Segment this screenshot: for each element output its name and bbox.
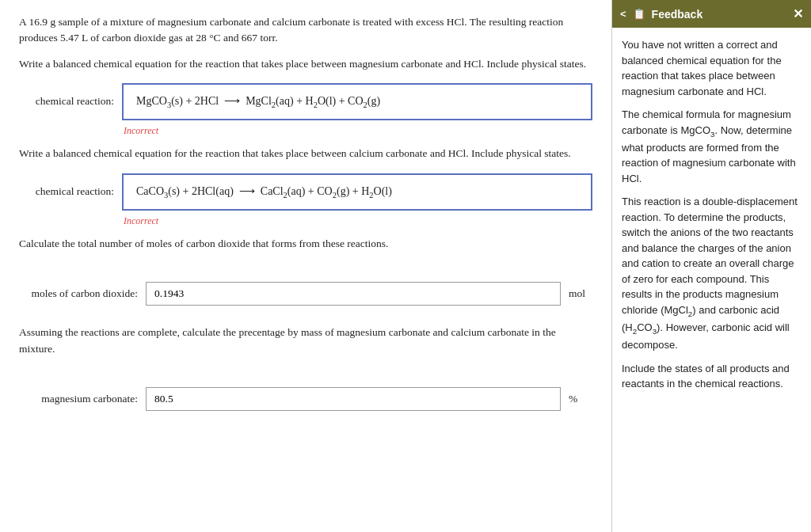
feedback-header: < 📋 Feedback ✕	[612, 0, 811, 28]
moles-row: moles of carbon dioxide: mol	[19, 282, 592, 306]
reaction1-incorrect: Incorrect	[124, 124, 592, 138]
question4-text: Assuming the reactions are complete, cal…	[19, 325, 592, 357]
back-button[interactable]: <	[620, 8, 626, 20]
moles-label: moles of carbon dioxide:	[19, 286, 138, 302]
reaction2-label: chemical reaction:	[19, 184, 114, 200]
reaction2-incorrect: Incorrect	[124, 214, 592, 228]
feedback-sidebar: < 📋 Feedback ✕ You have not written a co…	[611, 0, 811, 532]
feedback-icon: 📋	[633, 8, 645, 20]
reaction2-row: chemical reaction: CaCO3(s) + 2HCl(aq) ⟶…	[19, 173, 592, 211]
feedback-p4: Include the states of all products and r…	[622, 361, 801, 392]
problem-intro: A 16.9 g sample of a mixture of magnesiu…	[19, 14, 592, 47]
reaction1-row: chemical reaction: MgCO3(s) + 2HCl ⟶ MgC…	[19, 83, 592, 121]
moles-input[interactable]	[146, 282, 561, 306]
feedback-p3: This reaction is a double-displacement r…	[622, 194, 801, 352]
main-content: A 16.9 g sample of a mixture of magnesiu…	[0, 0, 611, 532]
feedback-title: Feedback	[652, 8, 786, 21]
reaction2-block: chemical reaction: CaCO3(s) + 2HCl(aq) ⟶…	[19, 173, 592, 229]
feedback-body: You have not written a correct and balan…	[612, 28, 811, 532]
mgco3-row: magnesium carbonate: %	[19, 387, 592, 411]
mgco3-label: magnesium carbonate:	[19, 391, 138, 407]
moles-unit: mol	[569, 286, 592, 302]
mgco3-unit: %	[569, 391, 592, 407]
mgco3-input[interactable]	[146, 387, 561, 411]
question3-text: Calculate the total number of moles of c…	[19, 236, 592, 252]
question1-text: Write a balanced chemical equation for t…	[19, 56, 592, 72]
close-button[interactable]: ✕	[793, 6, 803, 21]
feedback-p1: You have not written a correct and balan…	[622, 37, 801, 99]
reaction1-box: MgCO3(s) + 2HCl ⟶ MgCl2(aq) + H2O(l) + C…	[122, 83, 592, 121]
reaction1-label: chemical reaction:	[19, 93, 114, 109]
reaction1-block: chemical reaction: MgCO3(s) + 2HCl ⟶ MgC…	[19, 83, 592, 139]
question2-text: Write a balanced chemical equation for t…	[19, 146, 592, 162]
reaction2-box: CaCO3(s) + 2HCl(aq) ⟶ CaCl2(aq) + CO2(g)…	[122, 173, 592, 211]
feedback-p2: The chemical formula for magnesium carbo…	[622, 107, 801, 186]
